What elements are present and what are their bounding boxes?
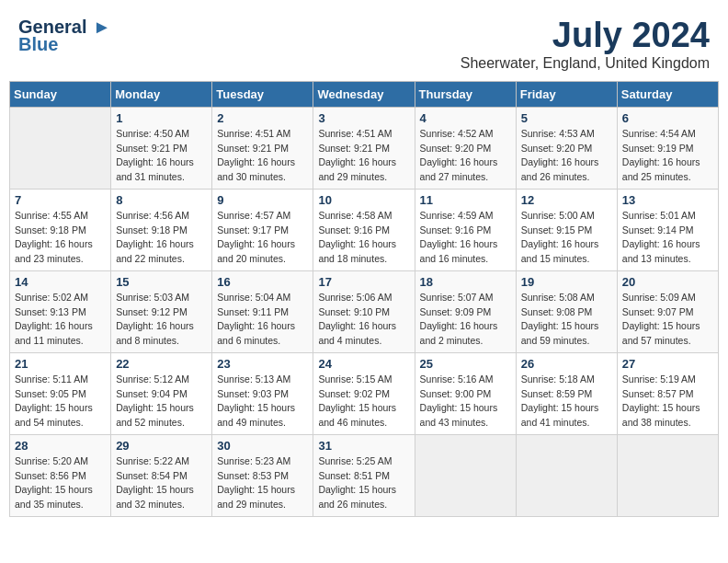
day-number: 22: [116, 357, 207, 371]
day-info: Sunrise: 4:58 AMSunset: 9:16 PMDaylight:…: [318, 209, 409, 267]
day-info: Sunrise: 5:15 AMSunset: 9:02 PMDaylight:…: [318, 373, 409, 431]
day-number: 19: [521, 275, 612, 289]
calendar-cell: 7Sunrise: 4:55 AMSunset: 9:18 PMDaylight…: [10, 189, 111, 270]
calendar-week-row: 14Sunrise: 5:02 AMSunset: 9:13 PMDayligh…: [10, 270, 719, 352]
day-number: 8: [116, 193, 207, 207]
calendar-cell: 23Sunrise: 5:13 AMSunset: 9:03 PMDayligh…: [212, 352, 313, 434]
title-area: July 2024 Sheerwater, England, United Ki…: [461, 17, 710, 72]
day-number: 17: [318, 275, 409, 289]
day-number: 21: [15, 357, 106, 371]
calendar-week-row: 7Sunrise: 4:55 AMSunset: 9:18 PMDaylight…: [10, 189, 719, 270]
day-info: Sunrise: 5:16 AMSunset: 9:00 PMDaylight:…: [420, 373, 511, 431]
day-info: Sunrise: 5:11 AMSunset: 9:05 PMDaylight:…: [15, 373, 106, 431]
calendar-cell: 21Sunrise: 5:11 AMSunset: 9:05 PMDayligh…: [10, 352, 111, 434]
day-info: Sunrise: 4:54 AMSunset: 9:19 PMDaylight:…: [622, 127, 713, 185]
day-number: 29: [116, 439, 207, 453]
calendar-cell: 16Sunrise: 5:04 AMSunset: 9:11 PMDayligh…: [212, 270, 313, 352]
day-number: 15: [116, 275, 207, 289]
day-number: 7: [15, 193, 106, 207]
day-info: Sunrise: 5:12 AMSunset: 9:04 PMDaylight:…: [116, 373, 207, 431]
day-number: 9: [217, 193, 308, 207]
day-info: Sunrise: 5:07 AMSunset: 9:09 PMDaylight:…: [420, 291, 511, 349]
calendar-cell: [516, 434, 617, 516]
day-info: Sunrise: 5:06 AMSunset: 9:10 PMDaylight:…: [318, 291, 409, 349]
calendar-cell: 2Sunrise: 4:51 AMSunset: 9:21 PMDaylight…: [212, 107, 313, 189]
day-number: 26: [521, 357, 612, 371]
day-number: 16: [217, 275, 308, 289]
calendar-cell: [10, 107, 111, 189]
calendar-cell: 22Sunrise: 5:12 AMSunset: 9:04 PMDayligh…: [111, 352, 212, 434]
calendar-header-tuesday: Tuesday: [212, 81, 313, 107]
day-number: 18: [420, 275, 511, 289]
calendar-cell: 1Sunrise: 4:50 AMSunset: 9:21 PMDaylight…: [111, 107, 212, 189]
day-info: Sunrise: 5:22 AMSunset: 8:54 PMDaylight:…: [116, 454, 207, 512]
calendar-cell: 20Sunrise: 5:09 AMSunset: 9:07 PMDayligh…: [617, 270, 718, 352]
day-info: Sunrise: 5:00 AMSunset: 9:15 PMDaylight:…: [521, 209, 612, 267]
day-number: 11: [420, 193, 511, 207]
calendar-cell: 11Sunrise: 4:59 AMSunset: 9:16 PMDayligh…: [415, 189, 516, 270]
day-info: Sunrise: 5:23 AMSunset: 8:53 PMDaylight:…: [217, 454, 308, 512]
day-info: Sunrise: 5:02 AMSunset: 9:13 PMDaylight:…: [15, 291, 106, 349]
day-info: Sunrise: 5:08 AMSunset: 9:08 PMDaylight:…: [521, 291, 612, 349]
day-number: 23: [217, 357, 308, 371]
calendar-cell: 8Sunrise: 4:56 AMSunset: 9:18 PMDaylight…: [111, 189, 212, 270]
calendar-cell: 19Sunrise: 5:08 AMSunset: 9:08 PMDayligh…: [516, 270, 617, 352]
day-info: Sunrise: 4:52 AMSunset: 9:20 PMDaylight:…: [420, 127, 511, 185]
calendar-header-friday: Friday: [516, 81, 617, 107]
day-number: 1: [116, 111, 207, 125]
page-title: July 2024: [461, 17, 710, 55]
logo: General ► Blue: [18, 17, 111, 55]
day-number: 6: [622, 111, 713, 125]
calendar-header-row: SundayMondayTuesdayWednesdayThursdayFrid…: [10, 81, 719, 107]
calendar-week-row: 21Sunrise: 5:11 AMSunset: 9:05 PMDayligh…: [10, 352, 719, 434]
calendar-cell: [415, 434, 516, 516]
day-info: Sunrise: 5:01 AMSunset: 9:14 PMDaylight:…: [622, 209, 713, 267]
day-number: 2: [217, 111, 308, 125]
day-number: 27: [622, 357, 713, 371]
calendar-cell: 9Sunrise: 4:57 AMSunset: 9:17 PMDaylight…: [212, 189, 313, 270]
calendar-header-monday: Monday: [111, 81, 212, 107]
calendar-header-sunday: Sunday: [10, 81, 111, 107]
day-number: 5: [521, 111, 612, 125]
day-info: Sunrise: 4:59 AMSunset: 9:16 PMDaylight:…: [420, 209, 511, 267]
day-number: 28: [15, 439, 106, 453]
day-info: Sunrise: 4:57 AMSunset: 9:17 PMDaylight:…: [217, 209, 308, 267]
day-number: 25: [420, 357, 511, 371]
day-number: 4: [420, 111, 511, 125]
day-number: 31: [318, 439, 409, 453]
day-number: 20: [622, 275, 713, 289]
calendar-body: 1Sunrise: 4:50 AMSunset: 9:21 PMDaylight…: [10, 107, 719, 516]
calendar-header-saturday: Saturday: [617, 81, 718, 107]
day-info: Sunrise: 5:13 AMSunset: 9:03 PMDaylight:…: [217, 373, 308, 431]
calendar-table: SundayMondayTuesdayWednesdayThursdayFrid…: [9, 81, 719, 517]
calendar-cell: 13Sunrise: 5:01 AMSunset: 9:14 PMDayligh…: [617, 189, 718, 270]
calendar-week-row: 28Sunrise: 5:20 AMSunset: 8:56 PMDayligh…: [10, 434, 719, 516]
day-info: Sunrise: 4:51 AMSunset: 9:21 PMDaylight:…: [318, 127, 409, 185]
calendar-cell: 4Sunrise: 4:52 AMSunset: 9:20 PMDaylight…: [415, 107, 516, 189]
calendar-cell: 27Sunrise: 5:19 AMSunset: 8:57 PMDayligh…: [617, 352, 718, 434]
calendar-cell: 25Sunrise: 5:16 AMSunset: 9:00 PMDayligh…: [415, 352, 516, 434]
calendar-cell: 18Sunrise: 5:07 AMSunset: 9:09 PMDayligh…: [415, 270, 516, 352]
day-info: Sunrise: 4:53 AMSunset: 9:20 PMDaylight:…: [521, 127, 612, 185]
calendar-cell: 30Sunrise: 5:23 AMSunset: 8:53 PMDayligh…: [212, 434, 313, 516]
day-info: Sunrise: 4:50 AMSunset: 9:21 PMDaylight:…: [116, 127, 207, 185]
calendar-cell: 26Sunrise: 5:18 AMSunset: 8:59 PMDayligh…: [516, 352, 617, 434]
calendar-cell: 10Sunrise: 4:58 AMSunset: 9:16 PMDayligh…: [313, 189, 415, 270]
day-number: 10: [318, 193, 409, 207]
day-info: Sunrise: 5:04 AMSunset: 9:11 PMDaylight:…: [217, 291, 308, 349]
day-number: 14: [15, 275, 106, 289]
logo-blue: Blue: [18, 34, 58, 55]
day-number: 12: [521, 193, 612, 207]
day-number: 30: [217, 439, 308, 453]
day-number: 24: [318, 357, 409, 371]
day-info: Sunrise: 5:19 AMSunset: 8:57 PMDaylight:…: [622, 373, 713, 431]
calendar-header-thursday: Thursday: [415, 81, 516, 107]
calendar-cell: 14Sunrise: 5:02 AMSunset: 9:13 PMDayligh…: [10, 270, 111, 352]
calendar-cell: 3Sunrise: 4:51 AMSunset: 9:21 PMDaylight…: [313, 107, 415, 189]
calendar-cell: 29Sunrise: 5:22 AMSunset: 8:54 PMDayligh…: [111, 434, 212, 516]
day-number: 13: [622, 193, 713, 207]
day-info: Sunrise: 5:03 AMSunset: 9:12 PMDaylight:…: [116, 291, 207, 349]
calendar-header-wednesday: Wednesday: [313, 81, 415, 107]
calendar-cell: 31Sunrise: 5:25 AMSunset: 8:51 PMDayligh…: [313, 434, 415, 516]
day-number: 3: [318, 111, 409, 125]
